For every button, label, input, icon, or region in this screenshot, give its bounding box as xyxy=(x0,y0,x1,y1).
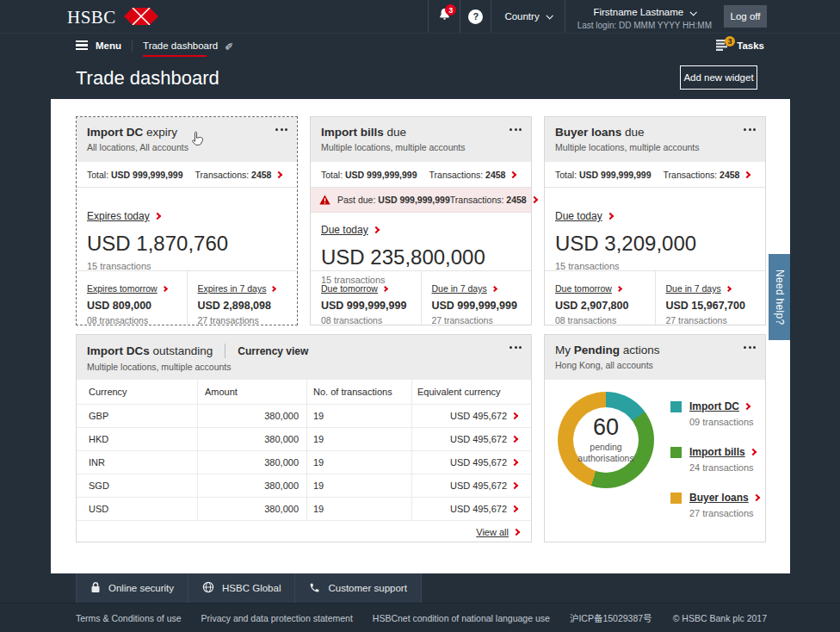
chevron-right-icon xyxy=(162,285,168,291)
widget-import-bills-due: Import bills due Multiple locations, mul… xyxy=(310,116,532,325)
due-in-7-days-link[interactable]: Due in 7 days xyxy=(666,283,731,294)
chevron-right-icon[interactable] xyxy=(511,436,518,443)
totals-row: Total: USD 999,999,999 Transactions: 245… xyxy=(311,162,531,188)
chevron-right-icon[interactable] xyxy=(511,459,518,466)
chevron-right-icon[interactable] xyxy=(275,170,282,177)
legend-swatch-green xyxy=(670,447,682,458)
overflow-menu-icon[interactable] xyxy=(510,128,522,131)
expires-tomorrow-link[interactable]: Expires tomorrow xyxy=(87,283,167,294)
widget-subtitle: Multiple locations, multiple accounts xyxy=(87,362,521,372)
country-selector[interactable]: Country xyxy=(491,0,564,33)
footer-links-bar: Online security HSBC Global Customer sup… xyxy=(0,573,840,603)
overflow-menu-icon[interactable] xyxy=(275,128,287,131)
overflow-menu-icon[interactable] xyxy=(744,346,756,349)
edit-pencil-icon[interactable]: ✎ xyxy=(225,40,233,52)
pending-total: 60 xyxy=(593,416,619,439)
copyright: © HSBC Bank plc 2017 xyxy=(673,613,767,623)
due-tomorrow-link[interactable]: Due tomorrow xyxy=(321,283,387,294)
title-bar: Trade dashboard Add new widget xyxy=(0,57,840,99)
buyer-loans-link[interactable]: Buyer loans xyxy=(689,492,759,504)
user-menu[interactable]: Firstname Lastname Last login: DD MMM YY… xyxy=(565,0,724,33)
widget-import-dcs-outstanding: Import DCs outstanding Currency view Mul… xyxy=(76,334,532,542)
title-divider xyxy=(225,344,225,358)
chevron-right-icon[interactable] xyxy=(744,170,750,177)
chevron-right-icon[interactable] xyxy=(510,170,516,177)
log-off-button[interactable]: Log off xyxy=(724,5,767,28)
chevron-right-icon[interactable] xyxy=(511,482,518,489)
bottom-cell: Due tomorrow USD 999,999,999 08 transact… xyxy=(311,271,421,325)
widget-bottom-row: Due tomorrow USD 2,907,800 08 transactio… xyxy=(545,270,765,325)
currency-table: Currency Amount No. of transactions Equi… xyxy=(77,380,531,542)
donut-legend: Import DC 09 transactions Import bills 2… xyxy=(670,400,759,537)
currency-view-toggle[interactable]: Currency view xyxy=(238,345,308,357)
chevron-right-icon xyxy=(752,494,759,501)
chevron-right-icon xyxy=(382,285,388,291)
phone-icon xyxy=(309,582,320,595)
widget-title: Import DC expiry xyxy=(87,126,287,139)
online-security-link[interactable]: Online security xyxy=(77,573,188,603)
bottom-cell: Expires in 7 days USD 2,898,098 27 trans… xyxy=(187,271,298,325)
widget-main: Due today USD 3,209,000 15 transactions xyxy=(545,188,765,271)
notification-badge: 3 xyxy=(445,4,456,15)
pending-donut: 60 pendingauthorisations xyxy=(558,392,654,488)
chevron-right-icon[interactable] xyxy=(511,412,518,419)
language-condition-link[interactable]: HSBCnet condition of national language u… xyxy=(373,613,550,623)
table-row: HKD 380,000 19 USD 495,672 xyxy=(77,427,531,450)
legend-swatch-teal xyxy=(670,401,682,412)
privacy-link[interactable]: Privacy and data protection statement xyxy=(201,613,353,623)
logoff-cell: Log off xyxy=(724,0,840,33)
overflow-menu-icon[interactable] xyxy=(744,128,756,131)
legal-bar: Terms & Conditions of use Privacy and da… xyxy=(0,603,840,632)
breadcrumb-label: Trade dashboard xyxy=(143,40,218,51)
icp-link[interactable]: 沪ICP备15029387号 xyxy=(570,611,652,624)
terms-link[interactable]: Terms & Conditions of use xyxy=(76,613,182,623)
widget-title: Import DCs outstanding xyxy=(87,344,213,357)
widget-title: Import bills due xyxy=(321,126,521,139)
table-row: INR 380,000 19 USD 495,672 xyxy=(77,450,531,474)
tasks-label: Tasks xyxy=(737,40,764,51)
hsbc-global-link[interactable]: HSBC Global xyxy=(188,573,295,603)
tasks-list-icon: 3 xyxy=(716,40,729,51)
customer-support-link[interactable]: Customer support xyxy=(295,573,421,603)
widget-main: Expires today USD 1,870,760 15 transacti… xyxy=(77,188,297,271)
trade-dashboard-page: { "header": { "logo_text": "HSBC", "noti… xyxy=(0,0,840,632)
help-button[interactable]: ? xyxy=(460,0,491,33)
menu-button[interactable]: Menu xyxy=(76,40,121,51)
table-row: USD 380,000 19 USD 495,672 xyxy=(77,497,531,520)
widget-header: Buyer loans due Multiple locations, mult… xyxy=(545,117,765,162)
question-icon: ? xyxy=(468,9,483,24)
hsbc-logo[interactable]: HSBC xyxy=(67,7,158,28)
expires-in-7-days-link[interactable]: Expires in 7 days xyxy=(198,283,276,294)
widget-subtitle: Hong Kong, all accounts xyxy=(555,360,755,370)
due-today-link[interactable]: Due today xyxy=(321,224,379,236)
import-dc-link[interactable]: Import DC xyxy=(689,400,750,412)
need-help-tab[interactable]: Need help? xyxy=(769,254,790,340)
breadcrumb[interactable]: Trade dashboard ✎ xyxy=(143,34,233,58)
widget-header: My Pending actions Hong Kong, all accoun… xyxy=(545,335,765,380)
hamburger-icon xyxy=(76,40,88,51)
chevron-right-icon xyxy=(270,285,276,291)
notifications-button[interactable]: 3 xyxy=(428,0,460,33)
due-today-link[interactable]: Due today xyxy=(555,210,613,222)
expires-today-link[interactable]: Expires today xyxy=(87,210,160,222)
view-all-link[interactable]: View all xyxy=(476,527,519,537)
widget-header: Import DCs outstanding Currency view Mul… xyxy=(77,335,531,380)
totals-row: Total: USD 999,999,999 Transactions: 245… xyxy=(77,162,297,188)
overflow-menu-icon[interactable] xyxy=(510,346,522,349)
table-row: GBP 380,000 19 USD 495,672 xyxy=(77,404,531,427)
due-tomorrow-link[interactable]: Due tomorrow xyxy=(555,283,621,294)
top-header: HSBC 3 ? Country Firstname Lastname Last… xyxy=(0,0,840,33)
totals-row: Total: USD 999,999,999 Transactions: 245… xyxy=(545,162,765,188)
import-bills-link[interactable]: Import bills xyxy=(689,446,756,458)
bottom-cell: Due in 7 days USD 15,967,700 27 transact… xyxy=(655,271,766,325)
tasks-button[interactable]: 3 Tasks xyxy=(716,40,764,51)
chevron-right-icon xyxy=(372,226,379,233)
due-in-7-days-link[interactable]: Due in 7 days xyxy=(432,283,497,294)
widget-header: Import DC expiry All locations, All acco… xyxy=(77,117,297,162)
add-new-widget-button[interactable]: Add new widget xyxy=(680,65,757,90)
widget-header: Import bills due Multiple locations, mul… xyxy=(311,117,531,162)
past-due-alert-row: Past due: USD 999,999,999 Transactions: … xyxy=(311,188,531,213)
table-header-row: Currency Amount No. of transactions Equi… xyxy=(77,380,531,404)
chevron-right-icon[interactable] xyxy=(511,505,518,512)
bottom-cell: Due in 7 days USD 999,999,999 27 transac… xyxy=(421,271,532,325)
